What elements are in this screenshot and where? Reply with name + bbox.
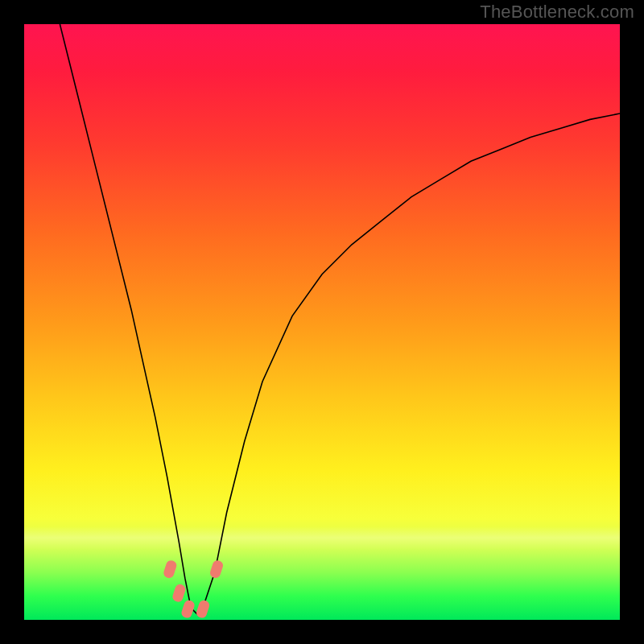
marker-left-upper: [163, 559, 178, 580]
marker-min-left: [180, 599, 196, 619]
plot-area: [24, 24, 620, 620]
marker-min-right: [195, 599, 210, 619]
watermark-text: TheBottleneck.com: [480, 2, 634, 23]
chart-frame: TheBottleneck.com: [0, 0, 644, 644]
marker-left-lower: [171, 583, 187, 603]
bottleneck-curve: [60, 24, 620, 614]
curve-layer: [24, 24, 620, 620]
marker-right-upper: [208, 559, 224, 580]
